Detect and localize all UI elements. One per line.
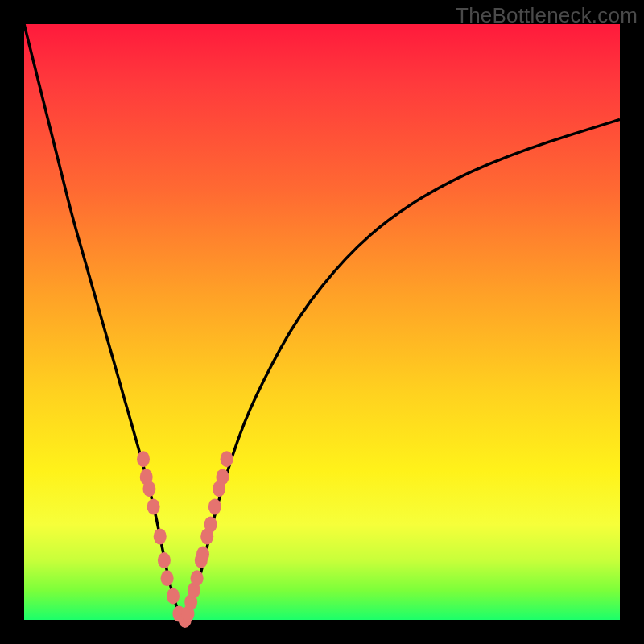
chart-svg bbox=[24, 24, 620, 620]
data-marker bbox=[137, 451, 150, 467]
data-marker bbox=[208, 498, 221, 514]
data-marker bbox=[204, 517, 217, 533]
data-marker bbox=[147, 498, 160, 514]
data-marker bbox=[196, 547, 209, 563]
data-marker bbox=[167, 588, 180, 604]
data-marker bbox=[216, 469, 229, 485]
data-marker bbox=[142, 481, 155, 497]
data-marker bbox=[154, 528, 167, 544]
data-marker bbox=[191, 570, 204, 586]
marker-group bbox=[137, 451, 233, 628]
data-marker bbox=[158, 552, 171, 568]
data-marker bbox=[161, 570, 174, 586]
data-marker bbox=[221, 451, 233, 467]
chart-frame: TheBottleneck.com bbox=[0, 0, 644, 644]
watermark-text: TheBottleneck.com bbox=[456, 3, 638, 28]
curve-right bbox=[185, 119, 620, 620]
